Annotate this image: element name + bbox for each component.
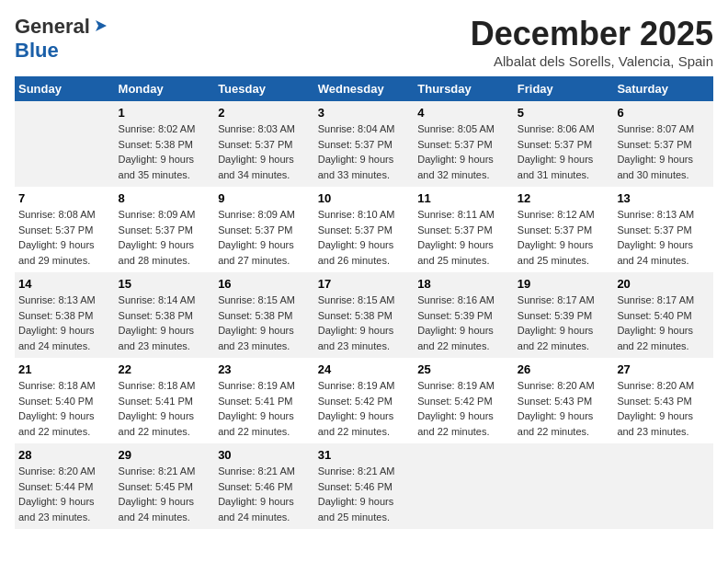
calendar-week-row: 21Sunrise: 8:18 AMSunset: 5:40 PMDayligh… (15, 358, 713, 443)
day-info: Sunrise: 8:04 AMSunset: 5:37 PMDaylight:… (318, 121, 411, 182)
sunrise-label: Sunrise: 8:16 AM (417, 294, 495, 305)
day-info: Sunrise: 8:19 AMSunset: 5:42 PMDaylight:… (417, 378, 510, 439)
calendar-cell: 6Sunrise: 8:07 AMSunset: 5:37 PMDaylight… (613, 101, 713, 187)
day-number: 23 (218, 362, 311, 376)
sunrise-label: Sunrise: 8:20 AM (617, 380, 694, 391)
calendar-cell: 15Sunrise: 8:14 AMSunset: 5:38 PMDayligh… (115, 272, 215, 358)
day-number: 27 (617, 362, 710, 376)
sunrise-label: Sunrise: 8:13 AM (617, 209, 694, 220)
sunset-label: Sunset: 5:37 PM (417, 224, 492, 236)
calendar-cell: 27Sunrise: 8:20 AMSunset: 5:43 PMDayligh… (613, 358, 713, 443)
calendar-cell: 29Sunrise: 8:21 AMSunset: 5:45 PMDayligh… (115, 443, 215, 529)
daylight-label: Daylight: 9 hours and 30 minutes. (617, 154, 693, 180)
day-number: 14 (18, 277, 111, 291)
daylight-label: Daylight: 9 hours and 26 minutes. (318, 239, 394, 266)
calendar-cell: 21Sunrise: 8:18 AMSunset: 5:40 PMDayligh… (15, 358, 115, 443)
sunset-label: Sunset: 5:38 PM (318, 310, 392, 321)
sunrise-label: Sunrise: 8:18 AM (119, 380, 196, 391)
day-number: 24 (318, 362, 411, 376)
day-number: 7 (18, 191, 111, 205)
day-number: 31 (318, 448, 411, 462)
sunrise-label: Sunrise: 8:15 AM (318, 294, 395, 305)
day-info: Sunrise: 8:16 AMSunset: 5:39 PMDaylight:… (417, 293, 510, 353)
calendar-cell: 9Sunrise: 8:09 AMSunset: 5:37 PMDaylight… (214, 187, 314, 272)
day-number: 20 (617, 277, 710, 291)
sunset-label: Sunset: 5:46 PM (318, 481, 392, 492)
sunrise-label: Sunrise: 8:18 AM (18, 380, 96, 391)
day-info: Sunrise: 8:17 AMSunset: 5:39 PMDaylight:… (518, 293, 610, 353)
weekday-header-wednesday: Wednesday (314, 76, 415, 101)
day-number: 29 (119, 448, 211, 462)
sunset-label: Sunset: 5:37 PM (417, 139, 492, 150)
weekday-header-sunday: Sunday (15, 76, 115, 101)
weekday-header-friday: Friday (514, 76, 614, 101)
sunrise-label: Sunrise: 8:21 AM (218, 465, 295, 477)
sunset-label: Sunset: 5:38 PM (119, 310, 193, 321)
day-number: 6 (617, 106, 710, 120)
daylight-label: Daylight: 9 hours and 22 minutes. (119, 410, 195, 437)
daylight-label: Daylight: 9 hours and 25 minutes. (318, 496, 394, 523)
day-number: 30 (218, 448, 311, 462)
day-info: Sunrise: 8:19 AMSunset: 5:42 PMDaylight:… (318, 378, 411, 439)
sunset-label: Sunset: 5:43 PM (617, 396, 691, 407)
daylight-label: Daylight: 9 hours and 24 minutes. (218, 496, 294, 523)
sunrise-label: Sunrise: 8:17 AM (617, 294, 694, 305)
day-info: Sunrise: 8:09 AMSunset: 5:37 PMDaylight:… (218, 207, 311, 268)
sunrise-label: Sunrise: 8:15 AM (218, 294, 295, 305)
sunset-label: Sunset: 5:40 PM (18, 396, 93, 407)
daylight-label: Daylight: 9 hours and 22 minutes. (617, 325, 693, 351)
sunrise-label: Sunrise: 8:02 AM (119, 123, 196, 134)
location-subtitle: Albalat dels Sorells, Valencia, Spain (471, 53, 713, 69)
weekday-header-tuesday: Tuesday (214, 76, 314, 101)
logo-general-text: General (15, 15, 90, 39)
calendar-cell: 13Sunrise: 8:13 AMSunset: 5:37 PMDayligh… (613, 187, 713, 272)
sunrise-label: Sunrise: 8:09 AM (218, 209, 295, 220)
day-info: Sunrise: 8:06 AMSunset: 5:37 PMDaylight:… (518, 121, 610, 182)
day-number: 3 (318, 106, 411, 120)
sunset-label: Sunset: 5:40 PM (617, 310, 691, 321)
daylight-label: Daylight: 9 hours and 35 minutes. (119, 154, 195, 180)
sunrise-label: Sunrise: 8:03 AM (218, 123, 295, 134)
sunrise-label: Sunrise: 8:09 AM (119, 209, 196, 220)
day-number: 22 (119, 362, 211, 376)
day-info: Sunrise: 8:15 AMSunset: 5:38 PMDaylight:… (218, 293, 311, 353)
daylight-label: Daylight: 9 hours and 22 minutes. (318, 410, 394, 437)
calendar-cell: 1Sunrise: 8:02 AMSunset: 5:38 PMDaylight… (115, 101, 215, 187)
sunset-label: Sunset: 5:42 PM (417, 396, 492, 407)
calendar-cell (414, 443, 514, 529)
logo-arrow-icon (92, 17, 110, 35)
sunset-label: Sunset: 5:37 PM (518, 224, 592, 236)
sunset-label: Sunset: 5:46 PM (218, 481, 292, 492)
calendar-cell: 22Sunrise: 8:18 AMSunset: 5:41 PMDayligh… (115, 358, 215, 443)
calendar-cell: 17Sunrise: 8:15 AMSunset: 5:38 PMDayligh… (314, 272, 415, 358)
day-info: Sunrise: 8:17 AMSunset: 5:40 PMDaylight:… (617, 293, 710, 353)
calendar-cell: 16Sunrise: 8:15 AMSunset: 5:38 PMDayligh… (214, 272, 314, 358)
sunset-label: Sunset: 5:44 PM (18, 481, 93, 492)
day-info: Sunrise: 8:13 AMSunset: 5:38 PMDaylight:… (18, 293, 111, 353)
sunrise-label: Sunrise: 8:04 AM (318, 123, 395, 134)
sunset-label: Sunset: 5:42 PM (318, 396, 392, 407)
daylight-label: Daylight: 9 hours and 22 minutes. (18, 410, 95, 437)
calendar-cell: 5Sunrise: 8:06 AMSunset: 5:37 PMDaylight… (514, 101, 614, 187)
sunset-label: Sunset: 5:37 PM (518, 139, 592, 150)
sunset-label: Sunset: 5:37 PM (218, 139, 292, 150)
weekday-header-monday: Monday (115, 76, 215, 101)
sunset-label: Sunset: 5:38 PM (119, 139, 193, 150)
sunrise-label: Sunrise: 8:20 AM (518, 380, 595, 391)
calendar-table: SundayMondayTuesdayWednesdayThursdayFrid… (15, 76, 713, 529)
sunrise-label: Sunrise: 8:05 AM (417, 123, 495, 134)
calendar-cell: 30Sunrise: 8:21 AMSunset: 5:46 PMDayligh… (214, 443, 314, 529)
day-number: 9 (218, 191, 311, 205)
calendar-cell: 31Sunrise: 8:21 AMSunset: 5:46 PMDayligh… (314, 443, 415, 529)
sunset-label: Sunset: 5:41 PM (218, 396, 292, 407)
daylight-label: Daylight: 9 hours and 23 minutes. (218, 325, 294, 351)
day-info: Sunrise: 8:10 AMSunset: 5:37 PMDaylight:… (318, 207, 411, 268)
calendar-cell: 20Sunrise: 8:17 AMSunset: 5:40 PMDayligh… (613, 272, 713, 358)
daylight-label: Daylight: 9 hours and 34 minutes. (218, 154, 294, 180)
day-info: Sunrise: 8:13 AMSunset: 5:37 PMDaylight:… (617, 207, 710, 268)
daylight-label: Daylight: 9 hours and 23 minutes. (617, 410, 693, 437)
daylight-label: Daylight: 9 hours and 29 minutes. (18, 239, 95, 266)
daylight-label: Daylight: 9 hours and 22 minutes. (518, 410, 594, 437)
month-year-title: December 2025 (471, 15, 713, 53)
daylight-label: Daylight: 9 hours and 25 minutes. (518, 239, 594, 266)
